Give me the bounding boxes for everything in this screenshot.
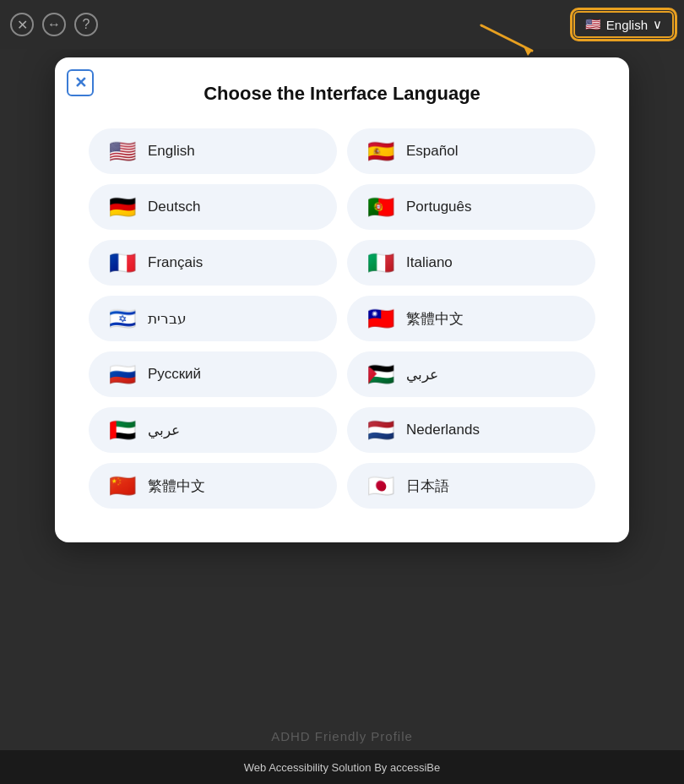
flag-icon-russian: 🇷🇺 [109, 363, 136, 385]
language-option-italiano[interactable]: 🇮🇹Italiano [347, 240, 595, 286]
lang-label-dutch: Nederlands [406, 422, 480, 438]
flag-icon-espanol: 🇪🇸 [367, 140, 394, 162]
help-button[interactable]: ? [74, 13, 98, 36]
language-option-arabic-ps[interactable]: 🇵🇸عربي [347, 351, 595, 397]
flag-icon-italiano: 🇮🇹 [367, 252, 394, 274]
language-option-trad-chinese-tw[interactable]: 🇹🇼繁體中文 [347, 296, 595, 341]
chevron-down-icon: ∨ [653, 17, 662, 32]
lang-label-italiano: Italiano [406, 254, 453, 271]
language-option-portugues[interactable]: 🇵🇹Português [347, 184, 595, 230]
flag-icon-arabic-ps: 🇵🇸 [367, 363, 394, 385]
lang-label-arabic-ps: عربي [406, 366, 438, 384]
language-option-deutsch[interactable]: 🇩🇪Deutsch [89, 184, 337, 230]
modal-overlay: ✕ Choose the Interface Language 🇺🇸Englis… [0, 49, 684, 750]
lang-label-portugues: Português [406, 199, 472, 215]
lang-label-japanese: 日本語 [406, 476, 449, 496]
language-grid: 🇺🇸English🇪🇸Español🇩🇪Deutsch🇵🇹Português🇫🇷… [89, 128, 595, 509]
flag-icon-trad-chinese-tw: 🇹🇼 [367, 308, 394, 329]
flag-icon-portugues: 🇵🇹 [367, 196, 394, 218]
lang-label-russian: Русский [148, 366, 201, 383]
lang-label-espanol: Español [406, 143, 458, 160]
language-option-russian[interactable]: 🇷🇺Русский [89, 351, 337, 397]
language-option-hebrew[interactable]: 🇮🇱עברית [89, 296, 337, 341]
lang-label-deutsch: Deutsch [148, 199, 200, 215]
flag-icon-francais: 🇫🇷 [109, 252, 136, 274]
flag-icon-trad-chinese-cn: 🇨🇳 [109, 475, 136, 497]
lang-label-trad-chinese-cn: 繁體中文 [148, 476, 205, 496]
flag-icon-english: 🇺🇸 [109, 140, 136, 162]
language-option-arabic-ae[interactable]: 🇦🇪عربي [89, 407, 337, 453]
back-button[interactable]: ↔ [42, 13, 66, 36]
lang-selector-label: English [606, 18, 648, 32]
close-window-button[interactable]: ✕ [10, 13, 34, 36]
top-bar: ✕ ↔ ? 🇺🇸 English ∨ [0, 0, 684, 49]
language-option-dutch[interactable]: 🇳🇱Nederlands [347, 407, 595, 453]
window-controls: ✕ ↔ ? [10, 13, 98, 36]
bottom-bar: Web Accessibility Solution By accessiBe [0, 750, 684, 784]
flag-icon-japanese: 🇯🇵 [367, 475, 394, 497]
lang-flag-icon: 🇺🇸 [585, 17, 601, 32]
lang-label-trad-chinese-tw: 繁體中文 [406, 309, 464, 329]
arrow-annotation [464, 17, 540, 63]
accessibility-credit: Web Accessibility Solution By accessiBe [244, 761, 440, 774]
modal-close-button[interactable]: ✕ [67, 69, 94, 96]
flag-icon-arabic-ae: 🇦🇪 [109, 419, 136, 441]
language-option-francais[interactable]: 🇫🇷Français [89, 240, 337, 286]
language-option-espanol[interactable]: 🇪🇸Español [347, 128, 595, 174]
language-selector-button[interactable]: 🇺🇸 English ∨ [573, 11, 674, 38]
flag-icon-hebrew: 🇮🇱 [109, 308, 136, 329]
language-modal: ✕ Choose the Interface Language 🇺🇸Englis… [55, 57, 629, 542]
modal-title: Choose the Interface Language [89, 83, 595, 105]
language-option-japanese[interactable]: 🇯🇵日本語 [347, 463, 595, 509]
lang-label-english: English [148, 143, 195, 160]
lang-label-francais: Français [148, 254, 203, 271]
lang-label-arabic-ae: عربي [148, 422, 180, 439]
language-option-trad-chinese-cn[interactable]: 🇨🇳繁體中文 [89, 463, 337, 509]
language-option-english[interactable]: 🇺🇸English [89, 128, 337, 174]
flag-icon-dutch: 🇳🇱 [367, 419, 394, 441]
flag-icon-deutsch: 🇩🇪 [109, 196, 136, 218]
lang-label-hebrew: עברית [148, 310, 187, 328]
